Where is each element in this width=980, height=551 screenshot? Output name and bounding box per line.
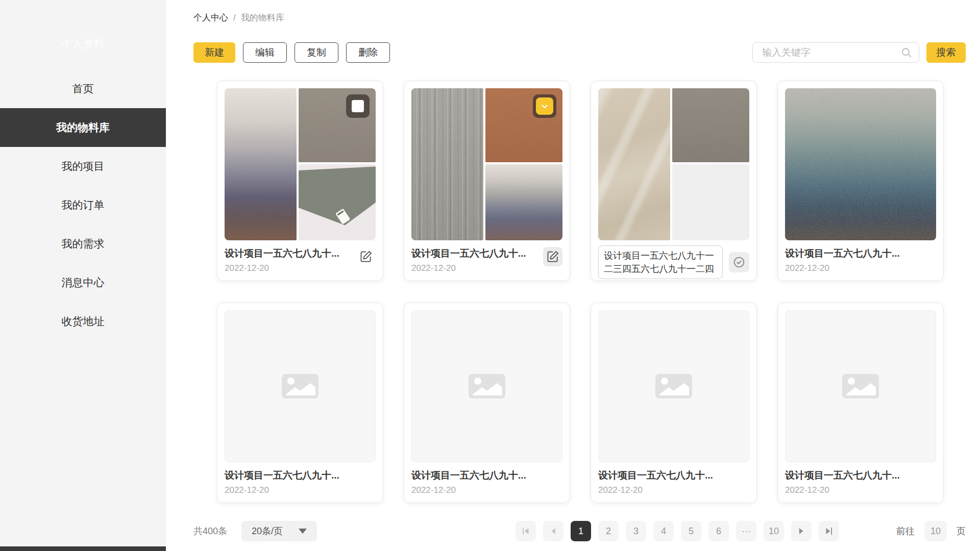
breadcrumb-separator: / xyxy=(233,13,236,22)
sidebar-brand: 个人资料 xyxy=(0,37,166,51)
material-grid: 设计项目一五六七八九十... 2022-12-20 xyxy=(217,81,966,503)
image-placeholder-icon xyxy=(468,371,506,402)
card-title: 设计项目一五六七八九十... xyxy=(785,247,900,260)
first-page-icon xyxy=(520,525,531,537)
pager-page-10[interactable]: 10 xyxy=(764,521,784,541)
caret-down-icon xyxy=(299,529,307,534)
search-button[interactable]: 搜索 xyxy=(926,42,966,63)
breadcrumb: 个人中心/我的物料库 xyxy=(193,12,966,23)
sidebar-item-material-library[interactable]: 我的物料库 xyxy=(0,108,166,147)
goto-unit: 页 xyxy=(957,525,966,537)
pager-next-button[interactable] xyxy=(791,521,812,541)
image-placeholder xyxy=(598,310,749,462)
card-title: 设计项目一五六七八九十... xyxy=(225,469,339,482)
pager-page-4[interactable]: 4 xyxy=(653,521,674,541)
sidebar-item-home[interactable]: 首页 xyxy=(0,69,166,108)
pager-ellipsis[interactable]: ··· xyxy=(736,521,756,541)
sidebar-nav: 首页 我的物料库 我的项目 我的订单 我的需求 消息中心 收货地址 xyxy=(0,69,166,341)
card-title: 设计项目一五六七八九十... xyxy=(411,247,526,260)
last-page-icon xyxy=(823,525,835,537)
material-card[interactable]: 设计项目一五六七八九十... 2022-12-20 xyxy=(404,303,570,503)
card-title: 设计项目一五六七八九十... xyxy=(225,247,339,260)
circle-check-icon xyxy=(732,256,746,269)
image-placeholder-icon xyxy=(654,371,693,402)
material-card[interactable]: 设计项目一五六七八九十... 2022-12-20 xyxy=(217,303,383,503)
sidebar-item-projects[interactable]: 我的项目 xyxy=(0,147,166,186)
image-placeholder xyxy=(225,310,376,462)
pager-page-5[interactable]: 5 xyxy=(681,521,701,541)
card-select-checkbox[interactable] xyxy=(346,94,370,118)
pager-first-button[interactable] xyxy=(516,521,536,541)
prev-page-icon xyxy=(548,525,559,537)
material-image xyxy=(785,88,936,240)
image-placeholder-icon xyxy=(281,371,320,402)
goto-page: 前往 页 xyxy=(896,521,966,541)
card-title: 设计项目一五六七八九十... xyxy=(598,469,713,482)
rename-button[interactable] xyxy=(356,247,376,266)
search-box xyxy=(752,42,919,63)
pager-page-1[interactable]: 1 xyxy=(571,521,591,541)
material-card[interactable]: 设计项目一五六七八九十一二三四五六七八九十一二四 xyxy=(591,81,757,281)
breadcrumb-parent[interactable]: 个人中心 xyxy=(193,13,228,22)
pager-last-button[interactable] xyxy=(819,521,839,541)
card-title: 设计项目一五六七八九十... xyxy=(785,469,900,482)
pager-page-6[interactable]: 6 xyxy=(708,521,729,541)
total-count: 共400条 xyxy=(193,525,227,537)
pager-prev-button[interactable] xyxy=(543,521,564,541)
edit-button[interactable]: 编辑 xyxy=(243,42,287,63)
card-date: 2022-12-20 xyxy=(598,485,713,495)
material-card[interactable]: 设计项目一五六七八九十... 2022-12-20 xyxy=(777,303,944,503)
material-card[interactable]: 设计项目一五六七八九十... 2022-12-20 xyxy=(217,81,383,281)
rename-input[interactable]: 设计项目一五六七八九十一二三四五六七八九十一二四 xyxy=(598,245,723,279)
image-placeholder xyxy=(785,310,936,462)
sidebar: 个人资料 首页 我的物料库 我的项目 我的订单 我的需求 消息中心 收货地址 xyxy=(0,0,166,551)
sidebar-item-messages[interactable]: 消息中心 xyxy=(0,263,166,302)
rename-button[interactable] xyxy=(543,247,562,266)
pager-page-3[interactable]: 3 xyxy=(626,521,646,541)
pager: 1 2 3 4 5 6 ··· 10 xyxy=(516,521,839,541)
delete-button[interactable]: 删除 xyxy=(346,42,390,63)
pagination-bar: 共400条 20条/页 1 2 3 4 5 6 ··· 10 xyxy=(193,521,966,541)
sidebar-item-orders[interactable]: 我的订单 xyxy=(0,186,166,224)
toolbar: 新建 编辑 复制 删除 搜索 xyxy=(193,42,966,63)
card-date: 2022-12-20 xyxy=(785,485,900,495)
material-card[interactable]: 设计项目一五六七八九十... 2022-12-20 xyxy=(777,81,944,281)
confirm-rename-button[interactable] xyxy=(729,252,749,272)
card-select-checkbox[interactable] xyxy=(533,94,556,118)
material-image-collage xyxy=(598,88,749,240)
edit-icon xyxy=(546,250,559,263)
edit-icon xyxy=(359,250,373,263)
material-card[interactable]: 设计项目一五六七八九十... 2022-12-20 xyxy=(591,303,757,503)
page-size-select[interactable]: 20条/页 xyxy=(241,521,317,541)
card-date: 2022-12-20 xyxy=(411,485,526,495)
sidebar-bottom-strip xyxy=(0,546,166,551)
checkbox-checked-icon xyxy=(536,97,553,115)
next-page-icon xyxy=(796,525,807,537)
search-icon xyxy=(900,46,913,61)
pager-page-2[interactable]: 2 xyxy=(598,521,619,541)
card-date: 2022-12-20 xyxy=(225,485,339,495)
card-date: 2022-12-20 xyxy=(225,263,339,273)
card-title: 设计项目一五六七八九十... xyxy=(411,469,526,482)
sidebar-item-demands[interactable]: 我的需求 xyxy=(0,224,166,263)
page-size-value: 20条/页 xyxy=(252,525,299,537)
search-input[interactable] xyxy=(752,42,919,63)
material-image-collage xyxy=(411,88,562,240)
card-date: 2022-12-20 xyxy=(411,263,526,273)
card-date: 2022-12-20 xyxy=(785,263,900,273)
copy-button[interactable]: 复制 xyxy=(295,42,338,63)
breadcrumb-current: 我的物料库 xyxy=(241,13,284,22)
main-content: 个人中心/我的物料库 新建 编辑 复制 删除 搜索 xyxy=(166,0,980,551)
new-button[interactable]: 新建 xyxy=(193,42,235,63)
image-placeholder xyxy=(411,310,562,462)
material-image-collage xyxy=(225,88,376,240)
material-card[interactable]: 设计项目一五六七八九十... 2022-12-20 xyxy=(404,81,570,281)
image-placeholder-icon xyxy=(841,371,880,402)
sidebar-item-address[interactable]: 收货地址 xyxy=(0,302,166,341)
checkbox-unchecked-icon xyxy=(352,100,364,112)
goto-label: 前往 xyxy=(896,525,915,537)
goto-page-input[interactable] xyxy=(924,521,947,541)
